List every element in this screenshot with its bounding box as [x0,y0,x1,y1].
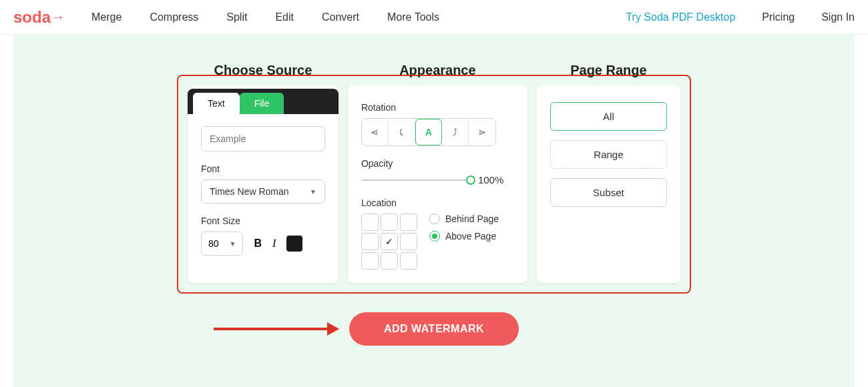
font-value: Times New Roman [210,186,289,197]
nav-right: Try Soda PDF Desktop Pricing Sign In [626,11,855,23]
arrow-right-icon: → [51,9,65,25]
nav-edit[interactable]: Edit [275,11,294,23]
location-row: ✓ Behind Page Above Page [361,214,514,270]
rotation-left-icon[interactable]: ⋖ [362,119,389,145]
radio-above-page[interactable]: Above Page [429,231,499,242]
appearance-body: Rotation ⋖ ⤹ A ⤴ ⋗ Opacity 100% Location [348,89,527,283]
rotation-right-icon[interactable]: ⋗ [469,119,495,145]
loc-cell-2[interactable] [400,214,417,231]
fontsize-value: 80 [208,238,219,249]
radio-behind-page[interactable]: Behind Page [429,214,499,224]
tab-text[interactable]: Text [193,93,240,114]
loc-cell-7[interactable] [381,252,398,270]
nav-split[interactable]: Split [226,11,247,23]
top-nav: soda→ Merge Compress Split Edit Convert … [0,0,868,35]
loc-cell-8[interactable] [400,252,417,270]
location-grid: ✓ [361,214,417,270]
nav-more-tools[interactable]: More Tools [387,11,439,23]
italic-button[interactable]: I [272,238,276,250]
color-picker[interactable] [286,236,302,252]
loc-cell-5[interactable] [400,233,417,250]
fontsize-row: 80 ▼ B I [201,232,325,256]
location-layer-radios: Behind Page Above Page [429,214,499,270]
radio-above-label: Above Page [445,231,496,242]
nav-compress[interactable]: Compress [150,11,198,23]
nav-convert[interactable]: Convert [322,11,359,23]
loc-cell-1[interactable] [381,214,398,231]
annotation-arrow [214,322,339,336]
panel-choose-source: Choose Source Text File Font Times New R… [188,85,339,283]
range-subset[interactable]: Subset [550,178,667,207]
source-body: Font Times New Roman ▼ Font Size 80 ▼ B … [188,114,339,268]
source-tabs: Text File [188,89,339,114]
nav-pricing[interactable]: Pricing [762,11,795,23]
loc-cell-6[interactable] [361,252,379,270]
chevron-down-icon: ▼ [230,240,236,248]
radio-icon [429,231,440,242]
bold-button[interactable]: B [254,238,262,250]
arrow-line-icon [214,328,327,330]
fontsize-label: Font Size [201,216,325,226]
location-label: Location [361,198,514,208]
opacity-value: 100% [478,174,503,185]
rotation-none[interactable]: A [415,119,442,145]
nav-items: Merge Compress Split Edit Convert More T… [91,11,439,23]
panel-title-range: Page Range [537,63,680,83]
panel-appearance: Appearance Rotation ⋖ ⤹ A ⤴ ⋗ Opacity 10… [348,85,527,283]
add-watermark-button[interactable]: ADD WATERMARK [349,312,519,346]
font-label: Font [201,163,325,174]
brand-text: soda [13,8,51,27]
slider-thumb[interactable] [466,175,475,185]
font-select[interactable]: Times New Roman ▼ [201,179,325,204]
page-content: Choose Source Text File Font Times New R… [13,35,855,387]
opacity-slider[interactable] [361,179,471,181]
radio-icon [429,214,440,224]
tab-file[interactable]: File [240,93,284,114]
range-body: All Range Subset [537,89,680,220]
cta-row: ADD WATERMARK [13,312,855,346]
rotation-up-right-icon[interactable]: ⤴ [442,119,469,145]
loc-cell-4[interactable]: ✓ [381,233,398,250]
brand-logo[interactable]: soda→ [13,8,65,27]
range-range[interactable]: Range [550,140,667,169]
fontsize-select[interactable]: 80 ▼ [201,232,243,256]
nav-try-desktop[interactable]: Try Soda PDF Desktop [626,11,735,23]
opacity-slider-wrap: 100% [361,174,514,185]
rotation-down-left-icon[interactable]: ⤹ [389,119,415,145]
panel-page-range: Page Range All Range Subset [537,85,680,283]
arrow-head-icon [327,322,339,336]
nav-merge[interactable]: Merge [91,11,122,23]
panel-title-source: Choose Source [188,63,339,83]
watermark-text-input[interactable] [201,126,325,151]
rotation-label: Rotation [361,102,514,113]
range-all[interactable]: All [550,102,667,131]
rotation-options: ⋖ ⤹ A ⤴ ⋗ [361,118,496,146]
panels-container: Choose Source Text File Font Times New R… [177,75,691,294]
nav-signin[interactable]: Sign In [821,11,855,23]
loc-cell-3[interactable] [361,233,379,250]
opacity-label: Opacity [361,158,514,169]
chevron-down-icon: ▼ [310,188,316,196]
loc-cell-0[interactable] [361,214,379,231]
radio-behind-label: Behind Page [445,214,499,224]
panel-title-appearance: Appearance [348,63,527,83]
